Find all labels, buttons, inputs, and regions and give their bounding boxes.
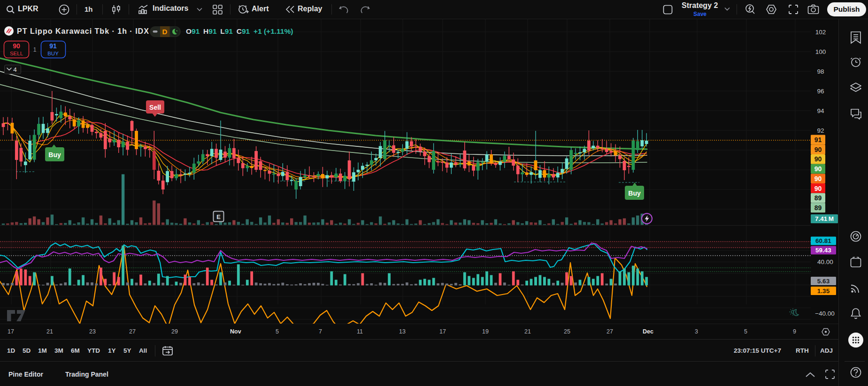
svg-text:90: 90 [13, 42, 20, 50]
svg-text:Sell: Sell [149, 104, 161, 111]
svg-text:96: 96 [817, 88, 824, 95]
svg-text:BUY: BUY [47, 51, 59, 56]
svg-text:E: E [216, 213, 221, 220]
svg-text:40.00: 40.00 [817, 258, 833, 265]
svg-text:91: 91 [814, 136, 822, 144]
svg-text:5.63: 5.63 [817, 278, 830, 285]
svg-text:59.43: 59.43 [815, 247, 831, 254]
svg-text:90: 90 [814, 165, 822, 173]
svg-text:90: 90 [814, 175, 822, 182]
svg-text:89: 89 [814, 204, 822, 212]
svg-text:1: 1 [33, 46, 37, 53]
svg-text:D: D [162, 28, 168, 36]
svg-text:−40.00: −40.00 [815, 310, 835, 317]
svg-text:SELL: SELL [10, 51, 23, 56]
svg-text:90: 90 [814, 146, 822, 153]
svg-text:O91 H91 L91 C91 +1 (+1.11%): O91 H91 L91 C91 +1 (+1.11%) [186, 27, 293, 35]
svg-text:4: 4 [13, 66, 17, 73]
svg-text:92: 92 [817, 127, 824, 134]
svg-text:89: 89 [814, 194, 822, 202]
svg-text:Buy: Buy [48, 151, 61, 159]
svg-text:1.35: 1.35 [817, 288, 830, 295]
svg-text:90: 90 [814, 155, 822, 163]
svg-text:91: 91 [49, 42, 57, 50]
svg-text:98: 98 [817, 68, 824, 75]
svg-text:102: 102 [815, 29, 826, 36]
svg-text:94: 94 [817, 107, 824, 114]
svg-text:7.41 M: 7.41 M [815, 215, 834, 222]
svg-text:60.81: 60.81 [815, 237, 831, 244]
svg-text:PT Lippo Karawaci Tbk · 1h · I: PT Lippo Karawaci Tbk · 1h · IDX [17, 27, 149, 35]
svg-text:90: 90 [814, 185, 822, 192]
svg-text:100: 100 [815, 48, 826, 55]
svg-text:Buy: Buy [628, 189, 641, 197]
